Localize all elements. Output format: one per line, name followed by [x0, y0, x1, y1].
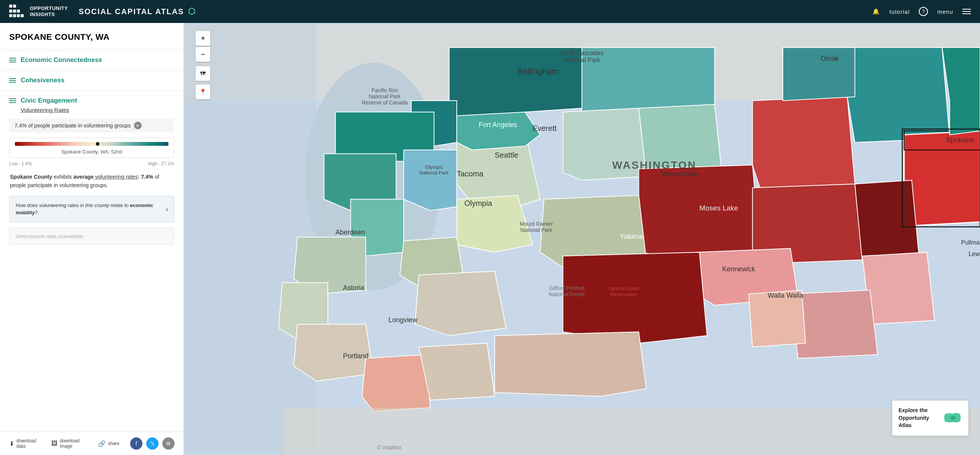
- location-button[interactable]: 📍: [195, 84, 211, 99]
- svg-marker-32: [862, 252, 934, 324]
- map-controls: + − 🗺 📍: [195, 31, 211, 99]
- svg-marker-31: [855, 180, 919, 264]
- tutorial-link[interactable]: tutorial: [889, 8, 910, 15]
- svg-text:Astoria: Astoria: [343, 284, 364, 292]
- svg-text:Seattle: Seattle: [495, 151, 518, 159]
- svg-text:Longview: Longview: [389, 316, 417, 324]
- svg-marker-17: [403, 150, 457, 210]
- logo-text: OPPORTUNITY INSIGHTS: [30, 5, 68, 17]
- explore-opportunity-atlas-box[interactable]: Explore the Opportunity Atlas: [892, 400, 969, 436]
- svg-text:Yakama Indian: Yakama Indian: [608, 285, 640, 291]
- info-box-text: How does volunteering rates in this coun…: [16, 202, 162, 217]
- county-title: SPOKANE COUNTY, WA: [0, 32, 183, 50]
- svg-marker-4: [449, 47, 582, 119]
- svg-text:Olympia: Olympia: [464, 199, 493, 207]
- sidebar: SPOKANE COUNTY, WA Economic Connectednes…: [0, 23, 184, 455]
- slider-container[interactable]: Spokane County, WA: 52nd: [9, 138, 174, 158]
- info-box[interactable]: How does volunteering rates in this coun…: [9, 196, 174, 222]
- svg-text:National Forest: National Forest: [549, 291, 585, 297]
- svg-text:Portland: Portland: [343, 352, 368, 360]
- map-background[interactable]: Bellingham North Cascades National Park …: [184, 23, 980, 455]
- sidebar-item-economic[interactable]: Economic Connectedness: [0, 50, 183, 70]
- download-image-button[interactable]: 🖼 download image: [51, 438, 90, 449]
- cohesiveness-label: Cohesiveness: [21, 77, 64, 84]
- economic-label: Economic Connectedness: [21, 56, 102, 64]
- description-text: Spokane County exhibits average voluntee…: [9, 173, 174, 190]
- slider-range: Low : 1.4% High : 27.1%: [9, 161, 174, 166]
- stat-text: 7.4% of people participate in volunteeri…: [15, 122, 131, 129]
- slider-low: Low : 1.4%: [9, 161, 32, 166]
- slider-label: Spokane County, WA: 52nd: [15, 149, 168, 155]
- menu-icon[interactable]: [962, 9, 971, 14]
- us-view-button[interactable]: 🗺: [195, 66, 211, 81]
- section-icon-civic: [9, 98, 16, 103]
- header-title: SOCIAL CAPITAL ATLAS ⬡: [78, 7, 196, 16]
- social-icons: f 𝕏 ✉: [130, 437, 175, 450]
- svg-text:© mapbox: © mapbox: [377, 444, 401, 450]
- slider-track: [15, 142, 168, 146]
- svg-text:Lew...: Lew...: [969, 251, 980, 257]
- civic-header[interactable]: Civic Engagement: [9, 97, 174, 104]
- unavailable-box: Determinants data unavailable: [9, 228, 174, 245]
- map-container: Bellingham North Cascades National Park …: [184, 23, 980, 455]
- help-button[interactable]: ?: [919, 7, 928, 16]
- download-data-button[interactable]: ⬇ download data: [9, 438, 44, 449]
- zoom-in-button[interactable]: +: [195, 31, 211, 46]
- twitter-button[interactable]: 𝕏: [146, 437, 158, 450]
- svg-text:Fort Angeles: Fort Angeles: [479, 121, 517, 129]
- svg-text:WASHINGTON: WASHINGTON: [612, 159, 696, 171]
- svg-text:Walla Walla: Walla Walla: [768, 292, 803, 299]
- header-right: 🔔 tutorial ? menu: [872, 7, 971, 16]
- share-button[interactable]: 🔗 share: [98, 440, 119, 447]
- svg-text:Omak: Omak: [821, 55, 839, 62]
- zoom-out-button[interactable]: −: [195, 47, 211, 62]
- svg-text:Wenatchee: Wenatchee: [662, 170, 698, 178]
- svg-marker-23: [639, 165, 760, 260]
- share-icon: 🔗: [98, 440, 106, 447]
- network-icon: ⬡: [188, 7, 196, 16]
- download-image-icon: 🖼: [51, 440, 57, 447]
- section-icon-cohesiveness: [9, 78, 16, 83]
- menu-label[interactable]: menu: [937, 8, 953, 15]
- header: OPPORTUNITY INSIGHTS SOCIAL CAPITAL ATLA…: [0, 0, 980, 23]
- svg-text:Aberdeen: Aberdeen: [335, 228, 365, 236]
- sidebar-item-cohesiveness[interactable]: Cohesiveness: [0, 70, 183, 90]
- svg-marker-25: [847, 47, 949, 142]
- svg-text:National Park: National Park: [564, 57, 600, 63]
- download-data-icon: ⬇: [9, 440, 14, 447]
- bell-icon[interactable]: 🔔: [872, 8, 880, 15]
- main-content: SPOKANE COUNTY, WA Economic Connectednes…: [0, 23, 980, 455]
- civic-title: Civic Engagement: [21, 97, 77, 104]
- svg-marker-16: [457, 112, 540, 150]
- svg-text:Pullman: Pullman: [961, 239, 980, 246]
- explore-map-icon: [943, 411, 962, 426]
- svg-marker-29: [783, 47, 855, 101]
- svg-text:National Park: National Park: [419, 170, 449, 176]
- slider-thumb[interactable]: [95, 141, 100, 147]
- svg-text:North Cascades: North Cascades: [560, 50, 604, 56]
- facebook-button[interactable]: f: [130, 437, 142, 450]
- svg-text:Kennewick: Kennewick: [722, 265, 755, 273]
- stat-badge: 7.4% of people participate in volunteeri…: [9, 119, 174, 132]
- svg-text:Moses Lake: Moses Lake: [699, 204, 738, 212]
- svg-text:Gifford Pinchot: Gifford Pinchot: [549, 285, 585, 291]
- svg-marker-14: [419, 343, 495, 400]
- sidebar-item-civic: Civic Engagement Volunteering Rates 7.4%…: [0, 90, 183, 251]
- email-button[interactable]: ✉: [162, 437, 175, 450]
- chevron-right-icon: ›: [166, 205, 168, 214]
- close-badge-button[interactable]: ✕: [134, 122, 142, 129]
- download-bar: ⬇ download data 🖼 download image 🔗 share…: [0, 432, 184, 455]
- explore-title: Explore the Opportunity Atlas: [898, 407, 938, 429]
- logo[interactable]: OPPORTUNITY INSIGHTS: [9, 5, 68, 18]
- svg-marker-13: [362, 355, 430, 412]
- svg-marker-26: [904, 131, 980, 226]
- svg-text:National Park: National Park: [521, 227, 552, 233]
- svg-text:Olympic: Olympic: [425, 164, 443, 170]
- volunteering-rates-link[interactable]: Volunteering Rates: [21, 107, 174, 113]
- svg-text:National Park: National Park: [369, 93, 400, 99]
- svg-text:Pacific Rim: Pacific Rim: [371, 87, 398, 93]
- svg-text:Bellingham: Bellingham: [518, 67, 559, 76]
- svg-marker-20: [415, 271, 506, 336]
- slider-high: High : 27.1%: [148, 161, 174, 166]
- svg-text:Mount Rainier: Mount Rainier: [520, 221, 553, 227]
